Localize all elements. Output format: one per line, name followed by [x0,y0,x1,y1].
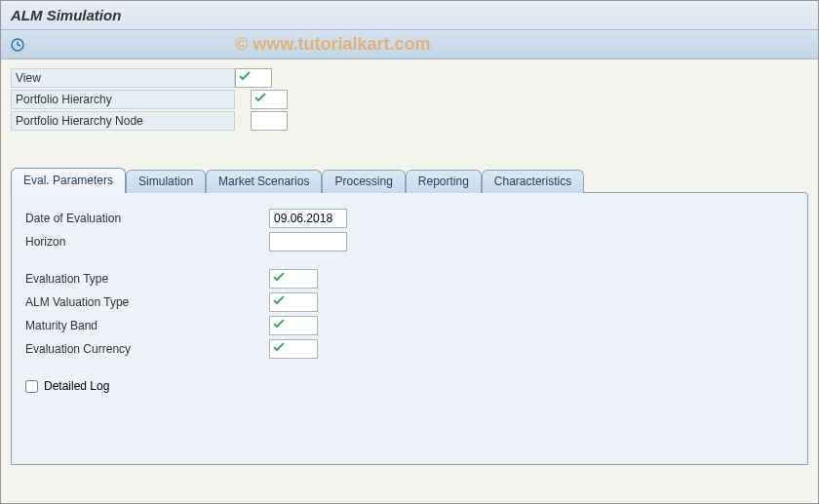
tab-label: Processing [334,174,392,188]
tab-characteristics[interactable]: Characteristics [482,170,584,193]
maturity-band-label: Maturity Band [25,319,269,332]
eval-type-label: Evaluation Type [25,272,269,286]
title-bar: ALM Simulation [1,1,818,30]
date-eval-field[interactable] [269,209,347,228]
clock-icon [10,37,25,53]
eval-type-field[interactable] [269,269,318,289]
tab-processing[interactable]: Processing [322,170,405,193]
date-eval-label: Date of Evaluation [25,212,269,225]
tab-label: Characteristics [494,174,571,188]
view-label: View [11,68,235,88]
top-form: View Portfolio Hierarchy Portfolio Hiera… [1,59,818,136]
portfolio-node-field[interactable] [251,111,288,131]
horizon-label: Horizon [25,235,269,249]
tab-area: Eval. Parameters Simulation Market Scena… [11,167,808,465]
page-title: ALM Simulation [11,7,121,23]
tab-market-scenarios[interactable]: Market Scenarios [206,170,322,193]
panel-eval-parameters: Date of Evaluation Horizon Evaluation Ty… [11,192,808,465]
tab-simulation[interactable]: Simulation [126,170,206,193]
execute-button[interactable] [9,36,26,54]
svg-line-2 [18,45,20,46]
eval-currency-field[interactable] [269,339,318,359]
eval-currency-label: Evaluation Currency [25,342,269,356]
alm-valuation-field[interactable] [269,292,318,312]
tab-eval-parameters[interactable]: Eval. Parameters [11,168,126,193]
tab-label: Eval. Parameters [23,174,113,187]
toolbar [1,30,818,59]
tab-label: Simulation [138,174,193,188]
alm-valuation-label: ALM Valuation Type [25,295,269,309]
portfolio-hierarchy-field[interactable] [251,90,288,109]
detailed-log-label: Detailed Log [44,379,109,393]
maturity-band-field[interactable] [269,316,318,335]
tab-label: Reporting [418,174,469,188]
detailed-log-checkbox[interactable] [25,380,38,393]
tab-reporting[interactable]: Reporting [406,170,482,193]
app-window: ALM Simulation © www.tutorialkart.com Vi… [0,0,819,504]
view-field[interactable] [235,68,272,88]
tab-label: Market Scenarios [218,174,309,188]
tab-strip: Eval. Parameters Simulation Market Scena… [11,167,808,192]
portfolio-node-label: Portfolio Hierarchy Node [11,111,235,131]
portfolio-hierarchy-label: Portfolio Hierarchy [11,90,235,109]
horizon-field[interactable] [269,232,347,252]
